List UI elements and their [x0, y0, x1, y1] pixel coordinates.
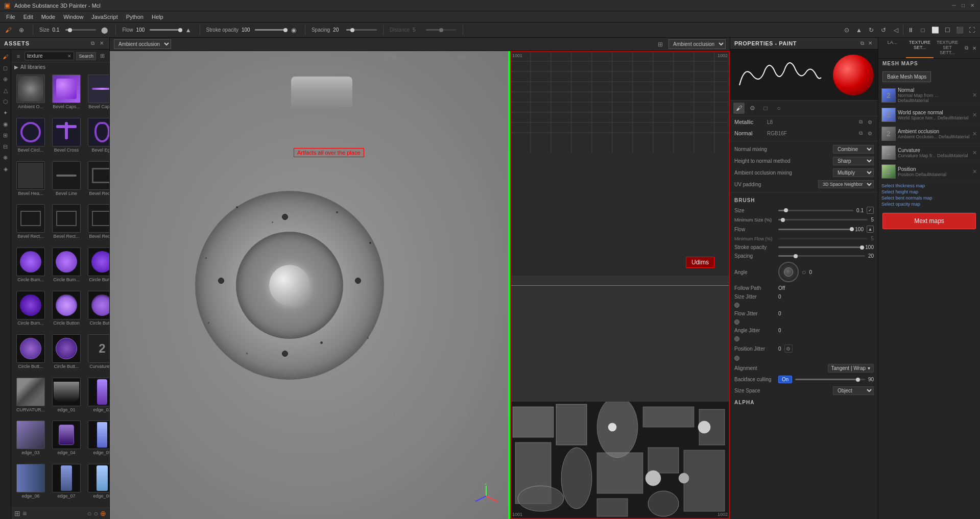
pause-icon[interactable]: ⏸: [905, 25, 916, 35]
select-opacity-link[interactable]: Select opacity map: [881, 202, 977, 207]
list-item[interactable]: 2 Curvature ...: [85, 333, 109, 376]
list-item[interactable]: Circle Butt...: [49, 333, 84, 376]
list-item[interactable]: Circle Bum...: [13, 246, 48, 289]
next-maps-button[interactable]: Mext maps: [882, 213, 976, 229]
search-input-wrap[interactable]: ✕: [25, 52, 74, 60]
brush-flow-icon[interactable]: ▲: [867, 226, 874, 233]
menu-window[interactable]: Window: [59, 13, 87, 21]
size-space-select[interactable]: Object: [833, 386, 874, 395]
spacing-prop-slider[interactable]: [778, 255, 865, 257]
viewport-icon-3[interactable]: ↻: [866, 25, 876, 35]
metallic-settings-icon[interactable]: ⚙: [866, 118, 874, 126]
viewport-icon-1[interactable]: ⊙: [842, 25, 852, 35]
search-clear-icon[interactable]: ✕: [67, 54, 71, 59]
list-item[interactable]: edge_01: [49, 377, 84, 419]
height-to-normal-select[interactable]: Sharp: [833, 157, 874, 165]
list-item[interactable]: Bevel Hea...: [13, 160, 48, 203]
angle-dial[interactable]: [778, 262, 799, 282]
list-item[interactable]: edge_02: [85, 377, 109, 419]
normal-settings-icon[interactable]: ⚙: [866, 129, 874, 137]
list-item[interactable]: Bevel Circl...: [13, 117, 48, 159]
far-panel-close-btn[interactable]: ✕: [971, 45, 978, 52]
title-bar-controls[interactable]: ─ □ ✕: [950, 2, 976, 9]
list-item[interactable]: Bevel Rect...: [85, 203, 109, 245]
list-item[interactable]: CURVATUR...: [13, 377, 48, 419]
fullscreen-icon[interactable]: ⛶: [967, 25, 977, 35]
maximize-button[interactable]: □: [960, 2, 967, 9]
layer-pos-delete[interactable]: ✕: [972, 168, 977, 175]
menu-file[interactable]: File: [2, 13, 19, 21]
far-tab-la[interactable]: LA...: [878, 38, 906, 58]
list-item[interactable]: edge_05: [85, 419, 109, 462]
search-input[interactable]: [27, 53, 67, 59]
backface-culling-toggle[interactable]: On: [778, 376, 792, 383]
list-item[interactable]: Circle Bum...: [49, 246, 84, 289]
list-item[interactable]: Bevel Rect...: [85, 160, 109, 203]
paint-icon[interactable]: 🖌: [3, 25, 13, 35]
layer-curvature[interactable]: 2 Curvature Curvature Map fr... DefaultM…: [878, 143, 980, 162]
normal-expand-icon[interactable]: ⧉: [856, 129, 865, 137]
position-jitter-settings-icon[interactable]: ⚙: [784, 344, 793, 353]
normal-mixing-select[interactable]: Combine: [833, 145, 874, 154]
list-item[interactable]: edge_08: [85, 463, 109, 505]
particle-tool-icon[interactable]: ❋: [1, 153, 11, 163]
prop-tab-settings[interactable]: ⚙: [747, 103, 758, 114]
close-button[interactable]: ✕: [969, 2, 976, 9]
menu-mode[interactable]: Mode: [37, 13, 60, 21]
prop-tab-circle[interactable]: ○: [773, 103, 784, 114]
viewport-icon-5[interactable]: ◁: [891, 25, 901, 35]
list-item[interactable]: Ambient O...: [13, 73, 48, 116]
stroke-opacity-slider[interactable]: [255, 29, 285, 31]
viewport-2d[interactable]: Udims 1001 1002 1001 1002: [509, 51, 730, 519]
brush-size-lock[interactable]: ✓: [867, 207, 874, 214]
list-item[interactable]: Bevel Rect...: [49, 203, 84, 245]
properties-float-btn[interactable]: ⧉: [859, 40, 866, 47]
flow-slider[interactable]: [150, 29, 180, 31]
smudge-tool-icon[interactable]: ⊟: [1, 141, 11, 152]
spacing-slider[interactable]: [346, 29, 377, 31]
viewport-left-dropdown[interactable]: Ambient occlusion: [114, 39, 171, 49]
opacity-icon[interactable]: ◉: [289, 25, 299, 35]
layer-normal[interactable]: 2 Normal Normal Map from ... DefaultMate…: [878, 85, 980, 106]
list-item[interactable]: Bevel Cross: [49, 117, 84, 159]
list-toggle-icon[interactable]: ≡: [22, 509, 27, 517]
select-height-link[interactable]: Select height map: [881, 189, 977, 194]
list-item[interactable]: Circle Bum...: [85, 246, 109, 289]
viewport-3d[interactable]: Artfacts all over the place 1021 1032 10…: [110, 51, 509, 519]
list-item[interactable]: Circle Button: [49, 290, 84, 332]
grid-view-icon[interactable]: ⊞: [98, 52, 106, 60]
grid-layout-icon[interactable]: ⊞: [656, 40, 664, 48]
layer-position[interactable]: 2 Position Position DefaultMaterial ✕: [878, 162, 980, 181]
menu-edit[interactable]: Edit: [19, 13, 37, 21]
properties-close-btn[interactable]: ✕: [867, 40, 874, 47]
backface-culling-slider[interactable]: [795, 379, 865, 380]
add-asset-icon[interactable]: ⊕: [100, 509, 106, 517]
viewport-right-dropdown[interactable]: Ambient occlusion: [668, 39, 726, 49]
far-tab-texture-set[interactable]: TEXTURE SET...: [906, 38, 934, 58]
viewport-mode-1[interactable]: □: [918, 25, 928, 35]
far-panel-float-btn[interactable]: ⧉: [963, 44, 970, 52]
size-slider[interactable]: [65, 29, 96, 31]
viewport-icon-2[interactable]: ▲: [854, 25, 864, 35]
layer-wsn-delete[interactable]: ✕: [972, 112, 977, 118]
layer-ao-delete[interactable]: ✕: [972, 131, 977, 137]
select-bent-normals-link[interactable]: Select bent normals map: [881, 195, 977, 201]
geometry-tool-icon[interactable]: △: [1, 85, 11, 95]
grid-toggle-icon[interactable]: ⊞: [14, 509, 20, 517]
stroke-opacity-prop-slider[interactable]: [778, 246, 862, 248]
viewport-mode-2[interactable]: ⬜: [930, 25, 940, 35]
list-item[interactable]: Circle Butt...: [85, 290, 109, 332]
size-brush-icon[interactable]: ⬤: [99, 25, 109, 35]
list-item[interactable]: edge_03: [13, 419, 48, 462]
ao-mixing-select[interactable]: Multiply: [833, 168, 874, 177]
prop-tab-square[interactable]: □: [760, 103, 771, 114]
flow-icon[interactable]: ▲: [183, 25, 194, 35]
bucket-tool-icon[interactable]: ⬡: [1, 96, 11, 107]
list-item[interactable]: Circle Butt...: [13, 333, 48, 376]
search-button[interactable]: Search: [76, 52, 96, 60]
list-item[interactable]: edge_07: [49, 463, 84, 505]
viewport-icon-4[interactable]: ↺: [878, 25, 889, 35]
layer-curv-delete[interactable]: ✕: [972, 150, 977, 156]
clone-tool-icon[interactable]: ⊞: [1, 130, 11, 140]
prop-tab-paint[interactable]: 🖌: [733, 103, 745, 114]
